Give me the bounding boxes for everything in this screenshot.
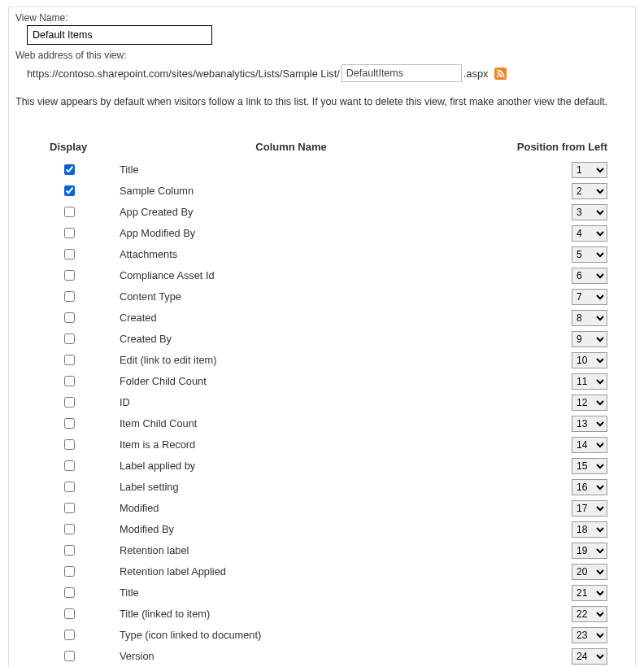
view-name-input[interactable] bbox=[27, 25, 212, 45]
position-select[interactable]: 123456789101112131415161718192021222324 bbox=[572, 564, 607, 580]
display-cell bbox=[46, 413, 116, 434]
display-cell bbox=[46, 286, 116, 307]
position-select[interactable]: 123456789101112131415161718192021222324 bbox=[572, 606, 607, 622]
position-select[interactable]: 123456789101112131415161718192021222324 bbox=[572, 204, 607, 220]
position-select[interactable]: 123456789101112131415161718192021222324 bbox=[572, 310, 607, 326]
columns-table: Display Column Name Position from Left T… bbox=[46, 136, 616, 667]
position-select[interactable]: 123456789101112131415161718192021222324 bbox=[572, 521, 607, 538]
position-select[interactable]: 123456789101112131415161718192021222324 bbox=[572, 585, 607, 601]
display-checkbox[interactable] bbox=[64, 460, 75, 471]
display-checkbox[interactable] bbox=[64, 651, 75, 661]
display-checkbox[interactable] bbox=[64, 376, 75, 386]
table-row: Sample Column123456789101112131415161718… bbox=[46, 181, 616, 202]
display-cell bbox=[46, 646, 116, 667]
position-cell: 123456789101112131415161718192021222324 bbox=[466, 477, 616, 498]
position-select[interactable]: 123456789101112131415161718192021222324 bbox=[572, 627, 607, 643]
table-row: Title (linked to item)123456789101112131… bbox=[46, 604, 616, 625]
display-checkbox[interactable] bbox=[64, 630, 75, 640]
position-select[interactable]: 123456789101112131415161718192021222324 bbox=[572, 352, 607, 368]
column-name: App Created By bbox=[116, 202, 466, 223]
display-checkbox[interactable] bbox=[64, 482, 75, 492]
position-select[interactable]: 123456789101112131415161718192021222324 bbox=[572, 289, 607, 305]
url-suffix: .aspx bbox=[463, 68, 489, 80]
position-cell: 123456789101112131415161718192021222324 bbox=[466, 519, 616, 540]
header-display: Display bbox=[46, 136, 116, 159]
column-name: Edit (link to edit item) bbox=[116, 350, 466, 371]
header-column-name: Column Name bbox=[116, 136, 466, 159]
display-checkbox[interactable] bbox=[64, 164, 75, 175]
display-cell bbox=[46, 604, 116, 625]
svg-rect-0 bbox=[494, 68, 507, 80]
table-row: Content Type1234567891011121314151617181… bbox=[46, 286, 616, 307]
display-checkbox[interactable] bbox=[64, 207, 75, 217]
position-select[interactable]: 123456789101112131415161718192021222324 bbox=[572, 416, 607, 432]
display-checkbox[interactable] bbox=[64, 355, 75, 365]
display-checkbox[interactable] bbox=[64, 270, 75, 281]
display-checkbox[interactable] bbox=[64, 312, 75, 323]
column-name: Item Child Count bbox=[116, 413, 466, 434]
position-select[interactable]: 123456789101112131415161718192021222324 bbox=[572, 395, 607, 411]
column-name: Version bbox=[116, 646, 466, 667]
position-select[interactable]: 123456789101112131415161718192021222324 bbox=[572, 268, 607, 284]
position-select[interactable]: 123456789101112131415161718192021222324 bbox=[572, 246, 607, 263]
display-checkbox[interactable] bbox=[64, 566, 75, 577]
display-checkbox[interactable] bbox=[64, 587, 75, 598]
display-cell bbox=[46, 202, 116, 223]
table-row: Created123456789101112131415161718192021… bbox=[46, 307, 616, 329]
display-cell bbox=[46, 582, 116, 604]
column-name: App Modified By bbox=[116, 223, 466, 244]
position-select[interactable]: 123456789101112131415161718192021222324 bbox=[572, 225, 607, 242]
column-name: Modified bbox=[116, 498, 466, 519]
display-checkbox[interactable] bbox=[64, 503, 75, 513]
display-checkbox[interactable] bbox=[64, 249, 75, 259]
position-cell: 123456789101112131415161718192021222324 bbox=[466, 244, 616, 265]
position-select[interactable]: 123456789101112131415161718192021222324 bbox=[572, 373, 607, 390]
position-cell: 123456789101112131415161718192021222324 bbox=[466, 413, 616, 434]
column-name: Title bbox=[116, 582, 466, 604]
display-checkbox[interactable] bbox=[64, 524, 75, 534]
display-checkbox[interactable] bbox=[64, 545, 75, 556]
position-cell: 123456789101112131415161718192021222324 bbox=[466, 350, 616, 371]
position-cell: 123456789101112131415161718192021222324 bbox=[466, 646, 616, 667]
column-name: Attachments bbox=[116, 244, 466, 265]
display-cell bbox=[46, 371, 116, 392]
header-position: Position from Left bbox=[466, 136, 616, 159]
column-name: Label setting bbox=[116, 477, 466, 498]
position-cell: 123456789101112131415161718192021222324 bbox=[466, 329, 616, 350]
display-cell bbox=[46, 350, 116, 371]
position-select[interactable]: 123456789101112131415161718192021222324 bbox=[572, 543, 607, 559]
position-select[interactable]: 123456789101112131415161718192021222324 bbox=[572, 331, 607, 347]
display-cell bbox=[46, 223, 116, 244]
position-cell: 123456789101112131415161718192021222324 bbox=[466, 286, 616, 307]
display-checkbox[interactable] bbox=[64, 608, 75, 619]
rss-icon[interactable] bbox=[494, 68, 507, 80]
display-checkbox[interactable] bbox=[64, 291, 75, 302]
display-cell bbox=[46, 244, 116, 265]
position-select[interactable]: 123456789101112131415161718192021222324 bbox=[572, 437, 607, 453]
position-select[interactable]: 123456789101112131415161718192021222324 bbox=[572, 479, 607, 495]
position-cell: 123456789101112131415161718192021222324 bbox=[466, 392, 616, 413]
display-checkbox[interactable] bbox=[64, 418, 75, 429]
position-cell: 123456789101112131415161718192021222324 bbox=[466, 223, 616, 244]
table-row: Retention label1234567891011121314151617… bbox=[46, 540, 616, 561]
display-cell bbox=[46, 329, 116, 350]
column-name: Item is a Record bbox=[116, 434, 466, 456]
display-cell bbox=[46, 477, 116, 498]
position-select[interactable]: 123456789101112131415161718192021222324 bbox=[572, 162, 607, 178]
position-select[interactable]: 123456789101112131415161718192021222324 bbox=[572, 458, 607, 474]
display-checkbox[interactable] bbox=[64, 228, 75, 238]
display-cell bbox=[46, 434, 116, 456]
display-checkbox[interactable] bbox=[64, 185, 75, 196]
position-select[interactable]: 123456789101112131415161718192021222324 bbox=[572, 500, 607, 517]
position-select[interactable]: 123456789101112131415161718192021222324 bbox=[572, 183, 607, 199]
position-select[interactable]: 123456789101112131415161718192021222324 bbox=[572, 648, 607, 665]
display-checkbox[interactable] bbox=[64, 397, 75, 408]
table-row: Label setting123456789101112131415161718… bbox=[46, 477, 616, 498]
position-cell: 123456789101112131415161718192021222324 bbox=[466, 498, 616, 519]
display-checkbox[interactable] bbox=[64, 334, 75, 344]
url-slug-input[interactable] bbox=[342, 64, 462, 82]
display-checkbox[interactable] bbox=[64, 439, 75, 450]
column-name: Content Type bbox=[116, 286, 466, 307]
table-row: Label applied by123456789101112131415161… bbox=[46, 456, 616, 477]
position-cell: 123456789101112131415161718192021222324 bbox=[466, 307, 616, 329]
